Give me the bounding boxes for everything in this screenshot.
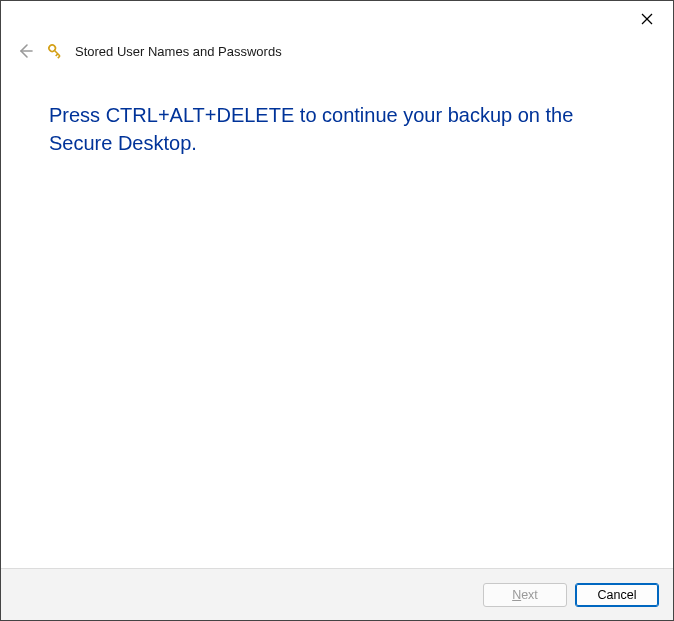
close-button[interactable] xyxy=(631,7,663,31)
next-button: Next xyxy=(483,583,567,607)
back-button[interactable] xyxy=(15,41,35,61)
dialog-window: Stored User Names and Passwords Press CT… xyxy=(0,0,674,621)
next-label-rest: ext xyxy=(521,588,538,602)
arrow-left-icon xyxy=(16,42,34,60)
header-row: Stored User Names and Passwords xyxy=(1,33,673,73)
footer-bar: Next Cancel xyxy=(1,568,673,620)
svg-line-6 xyxy=(58,56,60,58)
titlebar xyxy=(1,1,673,33)
page-title: Stored User Names and Passwords xyxy=(75,44,282,59)
close-icon xyxy=(641,13,653,25)
svg-line-5 xyxy=(56,54,58,56)
next-mnemonic: N xyxy=(512,588,521,602)
instruction-text: Press CTRL+ALT+DELETE to continue your b… xyxy=(49,101,625,157)
content-area: Press CTRL+ALT+DELETE to continue your b… xyxy=(1,73,673,568)
key-icon xyxy=(45,41,65,61)
cancel-button[interactable]: Cancel xyxy=(575,583,659,607)
